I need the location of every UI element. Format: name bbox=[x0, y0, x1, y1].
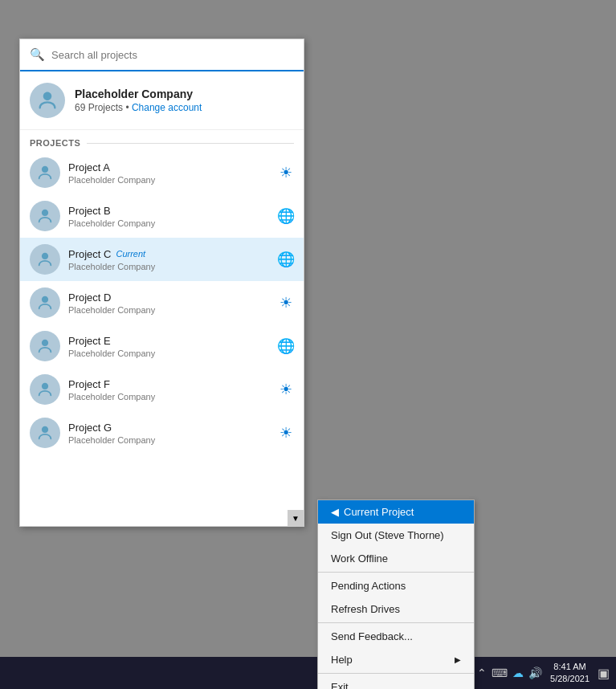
project-sync-icon: ☀ bbox=[279, 381, 292, 398]
project-item-project-d[interactable]: Project D Placeholder Company ☀ bbox=[20, 281, 304, 324]
change-account-link[interactable]: Change account bbox=[132, 102, 202, 113]
chevron-up-icon[interactable]: ⌃ bbox=[477, 667, 487, 679]
project-details: Project G Placeholder Company bbox=[68, 422, 273, 445]
project-item-project-c[interactable]: Project C Current Placeholder Company 🌐 bbox=[20, 238, 304, 281]
project-name: Project F bbox=[68, 378, 110, 390]
project-item-project-b[interactable]: Project B Placeholder Company 🌐 bbox=[20, 194, 304, 238]
search-icon: 🔍 bbox=[30, 47, 45, 62]
project-details: Project D Placeholder Company bbox=[68, 292, 273, 315]
project-name: Project E bbox=[68, 335, 111, 347]
project-company: Placeholder Company bbox=[68, 262, 273, 271]
project-item-project-g[interactable]: Project G Placeholder Company ☀ bbox=[20, 411, 304, 455]
project-name: Project C bbox=[68, 248, 111, 260]
menu-item-pending-actions[interactable]: Pending Actions bbox=[318, 574, 474, 597]
project-status-icon: 🌐 bbox=[278, 338, 294, 354]
project-details: Project A Placeholder Company bbox=[68, 161, 273, 185]
menu-item-sign-out[interactable]: Sign Out (Steve Thorne) bbox=[318, 524, 474, 547]
current-badge: Current bbox=[116, 249, 145, 259]
project-status-icon: ☀ bbox=[278, 381, 294, 398]
menu-item-label: Sign Out (Steve Thorne) bbox=[331, 529, 444, 541]
projects-count: 69 Projects bbox=[75, 102, 123, 113]
project-company: Placeholder Company bbox=[68, 305, 273, 315]
account-header: Placeholder Company 69 Projects • Change… bbox=[20, 71, 304, 130]
menu-item-label: Work Offline bbox=[331, 552, 388, 565]
menu-separator-separator2 bbox=[318, 622, 474, 623]
project-status-icon: ☀ bbox=[278, 425, 294, 441]
project-globe-icon: 🌐 bbox=[277, 207, 295, 225]
project-details: Project F Placeholder Company bbox=[68, 378, 273, 402]
keyboard-icon[interactable]: ⌨ bbox=[492, 667, 508, 679]
project-status-icon: 🌐 bbox=[278, 251, 294, 267]
scroll-down-arrow[interactable]: ▼ bbox=[288, 510, 304, 526]
project-globe-icon: 🌐 bbox=[277, 251, 295, 268]
menu-item-label: ◀Current Project bbox=[331, 506, 414, 518]
menu-item-label: Pending Actions bbox=[331, 580, 406, 592]
project-status-icon: ☀ bbox=[278, 295, 294, 311]
account-info: Placeholder Company 69 Projects • Change… bbox=[75, 88, 202, 113]
project-globe-icon: 🌐 bbox=[277, 337, 295, 355]
clock-date: 5/28/2021 bbox=[550, 673, 589, 685]
menu-item-current-project[interactable]: ◀Current Project bbox=[318, 500, 474, 524]
project-company: Placeholder Company bbox=[68, 349, 273, 358]
project-avatar bbox=[30, 157, 60, 188]
menu-item-label: Help bbox=[331, 654, 353, 666]
context-menu: ◀Current Project Sign Out (Steve Thorne)… bbox=[317, 499, 475, 689]
menu-item-label: Send Feedback... bbox=[331, 630, 413, 642]
project-name-row: Project F bbox=[68, 378, 273, 390]
project-item-project-f[interactable]: Project F Placeholder Company ☀ bbox=[20, 368, 304, 411]
project-sync-icon: ☀ bbox=[279, 164, 292, 181]
project-panel: 🔍 Placeholder Company 69 Projects • Chan… bbox=[19, 39, 304, 527]
project-name-row: Project E bbox=[68, 335, 273, 347]
menu-item-exit[interactable]: Exit bbox=[318, 675, 474, 689]
menu-item-refresh-drives[interactable]: Refresh Drives bbox=[318, 597, 474, 621]
project-name: Project G bbox=[68, 422, 112, 434]
project-name-row: Project C Current bbox=[68, 248, 273, 260]
separator: • bbox=[125, 102, 132, 113]
project-avatar bbox=[30, 331, 60, 361]
project-name: Project B bbox=[68, 205, 111, 217]
menu-item-label: Refresh Drives bbox=[331, 603, 400, 615]
left-arrow-icon: ◀ bbox=[331, 506, 339, 518]
project-company: Placeholder Company bbox=[68, 218, 273, 228]
taskbar-icons: ⌃ ⌨ ☁ 🔊 bbox=[477, 667, 542, 679]
project-avatar bbox=[30, 201, 60, 231]
project-avatar bbox=[30, 287, 60, 318]
menu-item-help[interactable]: Help ▶ bbox=[318, 648, 474, 671]
account-sub: 69 Projects • Change account bbox=[75, 102, 202, 113]
project-company: Placeholder Company bbox=[68, 435, 273, 445]
menu-item-send-feedback[interactable]: Send Feedback... bbox=[318, 625, 474, 648]
project-avatar bbox=[30, 244, 60, 275]
menu-separator-separator1 bbox=[318, 572, 474, 573]
project-details: Project B Placeholder Company bbox=[68, 205, 273, 228]
cloud-icon[interactable]: ☁ bbox=[512, 667, 524, 679]
project-item-project-a[interactable]: Project A Placeholder Company ☀ bbox=[20, 151, 304, 194]
volume-icon[interactable]: 🔊 bbox=[528, 667, 542, 679]
search-input[interactable] bbox=[51, 49, 294, 61]
project-item-project-e[interactable]: Project E Placeholder Company 🌐 bbox=[20, 324, 304, 368]
project-name: Project D bbox=[68, 292, 111, 304]
menu-item-work-offline[interactable]: Work Offline bbox=[318, 547, 474, 570]
project-name-row: Project A bbox=[68, 161, 273, 173]
project-name: Project A bbox=[68, 161, 110, 173]
project-status-icon: ☀ bbox=[278, 165, 294, 181]
project-avatar bbox=[30, 418, 60, 448]
project-name-row: Project G bbox=[68, 422, 273, 434]
taskbar-clock[interactable]: 8:41 AM 5/28/2021 bbox=[550, 661, 589, 686]
project-status-icon: 🌐 bbox=[278, 208, 294, 224]
project-company: Placeholder Company bbox=[68, 392, 273, 402]
project-name-row: Project D bbox=[68, 292, 273, 304]
menu-separator-separator3 bbox=[318, 673, 474, 674]
project-sync-icon: ☀ bbox=[279, 294, 292, 312]
account-name: Placeholder Company bbox=[75, 88, 202, 100]
account-avatar bbox=[30, 83, 65, 118]
project-name-row: Project B bbox=[68, 205, 273, 217]
clock-time: 8:41 AM bbox=[553, 661, 585, 673]
project-avatar bbox=[30, 374, 60, 405]
project-company: Placeholder Company bbox=[68, 175, 273, 185]
menu-item-label: Exit bbox=[331, 681, 349, 689]
taskbar: ⌃ ⌨ ☁ 🔊 8:41 AM 5/28/2021 ▣ bbox=[0, 657, 616, 689]
project-details: Project C Current Placeholder Company bbox=[68, 248, 273, 271]
notification-icon[interactable]: ▣ bbox=[598, 666, 610, 681]
projects-list: Project A Placeholder Company ☀ Project … bbox=[20, 151, 304, 455]
project-sync-icon: ☀ bbox=[279, 424, 292, 442]
